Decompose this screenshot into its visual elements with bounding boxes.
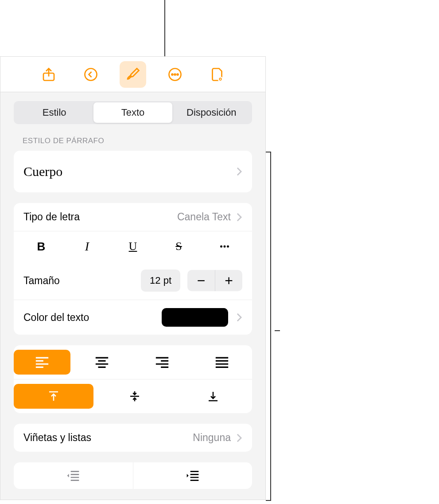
paragraph-style-value: Cuerpo	[23, 164, 62, 179]
indent-row	[14, 462, 252, 489]
align-justify-icon	[214, 356, 229, 369]
svg-point-5	[177, 74, 179, 75]
format-inspector-panel: Estilo Texto Disposición ESTILO DE PÁRRA…	[0, 56, 266, 500]
horizontal-alignment-row	[14, 345, 252, 379]
more-button[interactable]	[162, 61, 188, 88]
share-button[interactable]	[35, 61, 62, 88]
callout-line-vertical	[164, 0, 165, 58]
bullets-label: Viñetas y listas	[23, 432, 91, 444]
format-paintbrush-button[interactable]	[120, 61, 146, 88]
font-card: Tipo de letra Canela Text B I U S Tamaño…	[14, 203, 252, 335]
chevron-right-icon	[236, 313, 242, 322]
size-value-field[interactable]: 12 pt	[141, 270, 180, 292]
undo-icon	[83, 66, 99, 82]
tab-layout[interactable]: Disposición	[172, 102, 251, 123]
ellipsis-icon	[218, 240, 231, 253]
svg-point-10	[227, 246, 229, 248]
text-color-label: Color del texto	[23, 312, 89, 324]
bullets-card: Viñetas y listas Ninguna	[14, 424, 252, 452]
valign-middle-button[interactable]	[97, 384, 172, 409]
bold-button[interactable]: B	[18, 238, 64, 255]
text-color-swatch[interactable]	[162, 308, 228, 327]
decrease-indent-button[interactable]	[14, 462, 133, 489]
callout-bracket-top-tick	[266, 152, 271, 152]
more-circle-icon	[167, 66, 183, 82]
align-center-icon	[94, 356, 109, 369]
tab-text[interactable]: Texto	[93, 102, 172, 123]
bullets-value: Ninguna	[193, 432, 231, 444]
increase-indent-icon	[186, 469, 200, 482]
callout-bracket-vertical	[270, 152, 271, 501]
valign-top-button[interactable]	[14, 384, 93, 409]
main-toolbar	[0, 57, 265, 92]
align-right-button[interactable]	[134, 350, 190, 375]
undo-button[interactable]	[78, 61, 104, 88]
callout-bracket-bottom-tick	[266, 500, 271, 501]
underline-button[interactable]: U	[110, 238, 156, 255]
valign-middle-icon	[128, 390, 141, 403]
increase-indent-button[interactable]	[133, 462, 253, 489]
svg-point-8	[220, 246, 222, 248]
size-stepper: − +	[187, 270, 242, 291]
document-eye-icon	[209, 66, 225, 82]
size-decrease-button[interactable]: −	[187, 270, 215, 291]
document-settings-button[interactable]	[204, 61, 230, 88]
align-justify-button[interactable]	[194, 350, 251, 375]
paragraph-style-row[interactable]: Cuerpo	[14, 151, 252, 192]
size-label: Tamaño	[23, 275, 60, 287]
strikethrough-button[interactable]: S	[156, 238, 202, 255]
paintbrush-icon	[125, 66, 141, 82]
more-text-options-button[interactable]	[202, 238, 248, 255]
indent-card	[14, 462, 252, 489]
svg-point-9	[224, 246, 226, 248]
align-left-button[interactable]	[14, 350, 70, 375]
align-center-button[interactable]	[74, 350, 131, 375]
vertical-alignment-row	[14, 379, 252, 413]
svg-point-3	[172, 74, 173, 75]
font-row[interactable]: Tipo de letra Canela Text	[14, 203, 252, 231]
svg-point-4	[175, 74, 176, 75]
align-left-icon	[35, 356, 50, 369]
chevron-right-icon	[236, 212, 242, 222]
size-row: Tamaño 12 pt − +	[14, 262, 252, 300]
valign-bottom-icon	[206, 390, 220, 403]
svg-point-1	[85, 68, 97, 80]
alignment-card	[14, 345, 252, 413]
paragraph-style-header: ESTILO DE PÁRRAFO	[23, 137, 243, 145]
font-label: Tipo de letra	[23, 211, 80, 223]
valign-top-icon	[47, 390, 60, 403]
chevron-right-icon	[236, 433, 242, 443]
callout-line-horizontal	[275, 330, 280, 331]
inspector-tabs: Estilo Texto Disposición	[14, 101, 252, 124]
italic-button[interactable]: I	[64, 238, 110, 255]
tab-style[interactable]: Estilo	[15, 102, 93, 123]
paragraph-style-card: Cuerpo	[14, 151, 252, 192]
size-increase-button[interactable]: +	[215, 270, 242, 291]
svg-point-7	[220, 78, 221, 80]
valign-bottom-button[interactable]	[175, 384, 250, 409]
decrease-indent-icon	[66, 469, 80, 482]
font-value: Canela Text	[177, 211, 231, 223]
chevron-right-icon	[236, 167, 242, 176]
text-style-buttons-row: B I U S	[14, 231, 252, 262]
share-icon	[41, 66, 57, 82]
bullets-lists-row[interactable]: Viñetas y listas Ninguna	[14, 424, 252, 452]
align-right-icon	[155, 356, 170, 369]
text-color-row[interactable]: Color del texto	[14, 300, 252, 335]
